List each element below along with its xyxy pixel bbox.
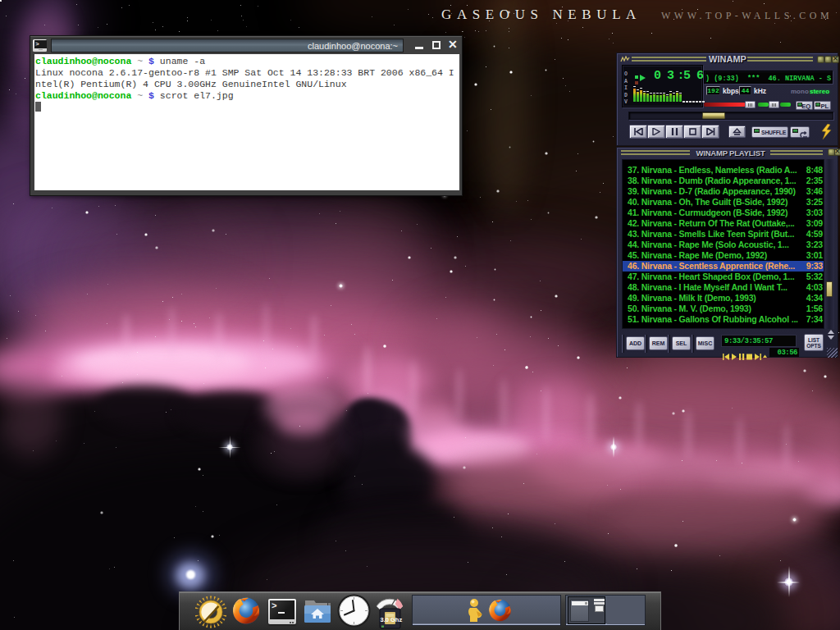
svg-text:3.0 Ghz: 3.0 Ghz: [381, 616, 403, 623]
